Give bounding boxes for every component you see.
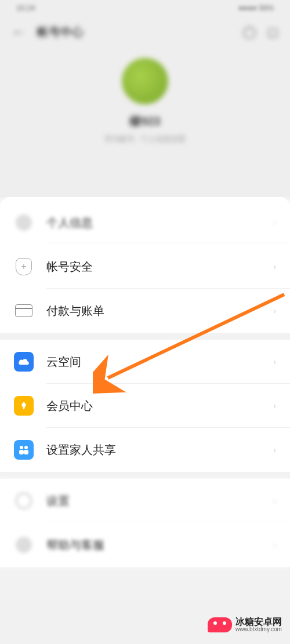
row-cloud-space[interactable]: 云空间 › [0,340,290,384]
scan-icon[interactable]: ▢ [267,25,278,39]
row-family-sharing[interactable]: 设置家人共享 › [0,428,290,472]
row-help[interactable]: 帮助与客服 › [0,523,290,567]
row-label: 个人信息 [46,215,273,231]
svg-rect-3 [24,450,28,454]
status-bar: 10:24 ●●●● 56% [0,0,290,17]
row-label: 帐号安全 [46,259,273,275]
member-icon [14,396,34,416]
svg-rect-2 [19,450,24,454]
watermark-logo-icon [208,617,232,632]
shield-icon: + [16,258,32,275]
row-account-security[interactable]: + 帐号安全 › [0,245,290,289]
row-payment-bills[interactable]: 付款与账单 › [0,289,290,333]
chevron-right-icon: › [273,401,276,410]
back-icon[interactable]: ← [12,24,26,40]
username: 檬923 [129,114,160,129]
settings-list: 个人信息 › + 帐号安全 › 付款与账单 › 云空间 › 会员中心 › [0,196,290,567]
cloud-icon [14,352,34,372]
status-battery: ●●●● 56% [238,3,274,14]
chevron-right-icon: › [273,306,276,315]
chevron-right-icon: › [273,357,276,366]
profile-subtitle: 华为账号 · 个人信息设置 [104,134,186,144]
avatar[interactable] [122,58,168,104]
person-icon [16,214,32,231]
chevron-right-icon: › [273,218,276,227]
watermark-name: 冰糖安卓网 [235,617,282,627]
row-label: 付款与账单 [46,303,273,319]
row-label: 设置家人共享 [46,442,273,458]
profile-section[interactable]: 檬923 华为账号 · 个人信息设置 [0,58,290,144]
gear-icon [16,493,32,509]
row-personal-info[interactable]: 个人信息 › [0,201,290,245]
card-icon [15,304,32,317]
row-settings[interactable]: 设置 › [0,479,290,523]
chevron-right-icon: › [273,496,276,505]
chevron-right-icon: › [273,445,276,454]
watermark: 冰糖安卓网 www.btxtdmy.com [208,617,282,632]
header-area: 10:24 ●●●● 56% ← 帐号中心 ◯ ▢ 檬923 华为账号 · 个人… [0,0,290,197]
row-label: 设置 [46,493,273,509]
row-label: 帮助与客服 [46,537,273,553]
svg-point-0 [20,446,23,449]
nav-bar: ← 帐号中心 ◯ ▢ [0,17,290,46]
page-title: 帐号中心 [37,24,243,40]
family-icon [14,440,34,460]
chevron-right-icon: › [273,262,276,271]
help-icon [16,537,32,553]
row-label: 云空间 [46,354,273,370]
watermark-url: www.btxtdmy.com [235,627,282,632]
chevron-right-icon: › [273,540,276,550]
row-label: 会员中心 [46,398,273,414]
message-icon[interactable]: ◯ [243,25,256,39]
svg-point-1 [24,446,28,449]
status-time: 10:24 [16,3,35,14]
row-member-center[interactable]: 会员中心 › [0,384,290,428]
